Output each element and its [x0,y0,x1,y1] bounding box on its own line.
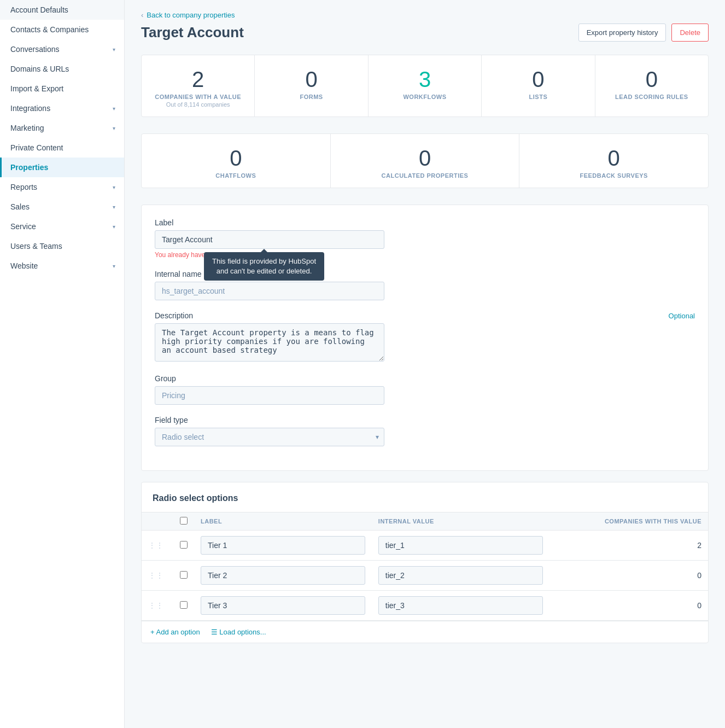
row-checkbox-cell [173,561,194,591]
sidebar-item-label: Integrations [10,104,50,113]
stat-label-lists: LISTS [487,94,589,100]
sidebar-item-domains-urls[interactable]: Domains & URLs [0,59,124,79]
sidebar-item-contacts-companies[interactable]: Contacts & Companies [0,20,124,39]
sidebar-item-label: Private Content [10,143,63,152]
select-all-checkbox[interactable] [180,517,188,525]
sidebar-item-label: Sales [10,202,30,211]
stat-lists[interactable]: 0 LISTS [482,55,595,117]
label-input-wrapper: This field is provided by HubSpot and ca… [155,230,695,249]
drag-handle-icon[interactable]: ⋮⋮ [148,541,163,550]
stat-label-companies: COMPANIES WITH A VALUE [147,94,249,100]
sidebar-item-private-content[interactable]: Private Content [0,138,124,158]
row-checkbox-1[interactable] [180,571,188,579]
chevron-icon: ▾ [113,224,115,230]
sidebar-item-label: Domains & URLs [10,65,69,73]
drag-handle-cell: ⋮⋮ [142,531,173,561]
stat-forms[interactable]: 0 FORMS [255,55,368,117]
add-option-button[interactable]: + Add an option [150,628,200,636]
options-table: LABEL INTERNAL VALUE COMPANIES WITH THIS… [142,512,708,621]
row-companies-cell: 2 [549,531,708,561]
sidebar-item-label: Contacts & Companies [10,25,89,34]
stat-calculated[interactable]: 0 CALCULATED PROPERTIES [331,134,520,188]
th-checkbox [173,512,194,531]
group-select[interactable]: Pricing [155,386,384,405]
sidebar-item-service[interactable]: Service▾ [0,217,124,236]
field-type-select[interactable]: Radio select ▾ [155,428,384,446]
row-checkbox-0[interactable] [180,541,188,549]
field-type-chevron-icon: ▾ [376,433,379,441]
chevron-icon: ▾ [113,263,115,269]
sidebar-item-reports[interactable]: Reports▾ [0,177,124,197]
sidebar-item-account-defaults[interactable]: Account Defaults [0,0,124,20]
sidebar-item-label: Marketing [10,124,44,132]
stat-number-calculated: 0 [336,147,514,169]
description-label: Description Optional [155,311,695,320]
stat-chatflows[interactable]: 0 CHATFLOWS [142,134,331,188]
sidebar-item-conversations[interactable]: Conversations▾ [0,39,124,59]
radio-options-section: Radio select options LABEL INTERNAL VALU… [141,482,709,643]
export-property-history-button[interactable]: Export property history [578,24,666,42]
group-field-group: Group Pricing [155,374,695,405]
sidebar-item-label: Service [10,222,36,231]
stat-companies[interactable]: 2 COMPANIES WITH A VALUE Out of 8,114 co… [142,55,255,117]
sidebar-item-sales[interactable]: Sales▾ [0,197,124,217]
row-checkbox-cell [173,591,194,621]
sidebar-item-label: Users & Teams [10,242,62,251]
stat-label-workflows: WORKFLOWS [374,94,476,100]
row-checkbox-2[interactable] [180,601,188,609]
delete-button[interactable]: Delete [671,24,709,42]
stat-number-companies: 2 [147,68,249,90]
sidebar-item-integrations[interactable]: Integrations▾ [0,98,124,118]
table-row: ⋮⋮ 0 [142,591,708,621]
stat-number-chatflows: 0 [147,147,325,169]
row-internal-value-input-0[interactable] [378,536,543,555]
stat-workflows[interactable]: 3 WORKFLOWS [369,55,482,117]
sidebar-item-label: Website [10,261,38,270]
stat-label-feedback: FEEDBACK SURVEYS [525,172,703,179]
row-companies-cell: 0 [549,591,708,621]
row-companies-cell: 0 [549,561,708,591]
sidebar-item-label: Conversations [10,45,60,54]
breadcrumb[interactable]: ‹ Back to company properties [141,11,709,19]
breadcrumb-text[interactable]: Back to company properties [147,11,235,19]
sidebar-item-properties[interactable]: Properties [0,158,124,177]
page-title: Target Account [141,24,244,41]
sidebar-item-website[interactable]: Website▾ [0,256,124,276]
field-type-select-wrapper: Radio select ▾ [155,428,384,446]
stat-lead-scoring[interactable]: 0 LEAD SCORING RULES [595,55,708,117]
sidebar-item-label: Import & Export [10,84,63,93]
stat-number-lists: 0 [487,68,589,90]
row-label-input-0[interactable] [201,536,365,555]
description-input[interactable]: The Target Account property is a means t… [155,323,384,362]
stat-number-feedback: 0 [525,147,703,169]
sidebar-item-import-export[interactable]: Import & Export [0,79,124,98]
row-internal-value-input-2[interactable] [378,596,543,615]
th-internal-value: INTERNAL VALUE [372,512,549,531]
breadcrumb-arrow: ‹ [141,11,143,19]
row-internal-value-input-1[interactable] [378,566,543,585]
row-checkbox-cell [173,531,194,561]
sidebar-item-label: Reports [10,183,37,191]
stat-sublabel-companies: Out of 8,114 companies [147,101,249,108]
radio-options-title: Radio select options [142,482,708,512]
drag-handle-icon[interactable]: ⋮⋮ [148,601,163,610]
sidebar-item-marketing[interactable]: Marketing▾ [0,118,124,138]
stat-label-forms: FORMS [260,94,362,100]
table-footer: + Add an option ☰ Load options... [142,621,708,643]
table-row: ⋮⋮ 0 [142,561,708,591]
sidebar-item-users-teams[interactable]: Users & Teams [0,236,124,256]
sidebar-item-label: Account Defaults [10,5,68,14]
drag-handle-cell: ⋮⋮ [142,561,173,591]
row-internal-value-cell [372,531,549,561]
drag-handle-icon[interactable]: ⋮⋮ [148,571,163,580]
load-options-button[interactable]: ☰ Load options... [211,628,266,636]
row-label-cell [194,561,372,591]
row-label-input-1[interactable] [201,566,365,585]
row-label-input-2[interactable] [201,596,365,615]
stats-row-1: 2 COMPANIES WITH A VALUE Out of 8,114 co… [141,55,709,117]
group-select-wrapper: Pricing [155,386,384,405]
sidebar-item-label: Properties [10,163,48,172]
label-input[interactable] [155,230,384,249]
stat-label-calculated: CALCULATED PROPERTIES [336,172,514,179]
stat-feedback[interactable]: 0 FEEDBACK SURVEYS [519,134,708,188]
